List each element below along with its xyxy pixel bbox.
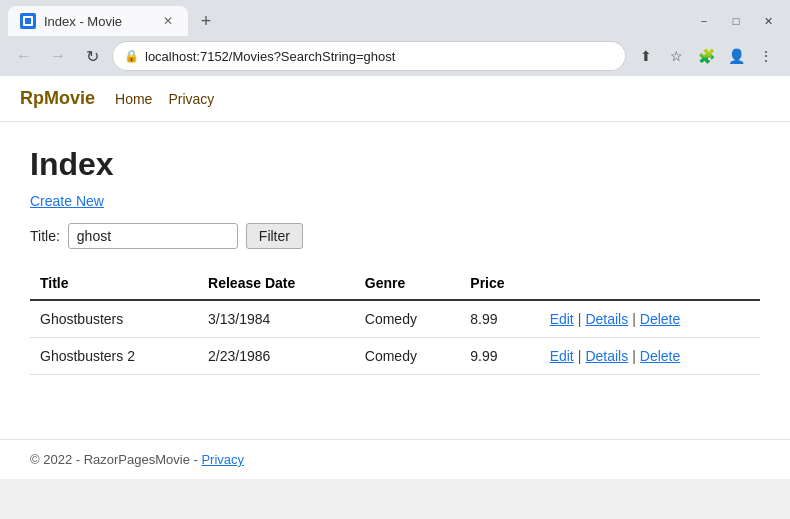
browser-chrome: Index - Movie ✕ + − □ ✕ ← → ↻ 🔒 localhos… bbox=[0, 0, 790, 76]
table-body: Ghostbusters 3/13/1984 Comedy 8.99 Edit … bbox=[30, 300, 760, 375]
footer-text: © 2022 - RazorPagesMovie - bbox=[30, 452, 201, 467]
col-title: Title bbox=[30, 267, 198, 300]
nav-privacy[interactable]: Privacy bbox=[168, 91, 214, 107]
delete-link[interactable]: Delete bbox=[640, 311, 680, 327]
table-header: Title Release Date Genre Price bbox=[30, 267, 760, 300]
cell-genre: Comedy bbox=[355, 300, 461, 338]
close-button[interactable]: ✕ bbox=[754, 11, 782, 31]
page-footer: © 2022 - RazorPagesMovie - Privacy bbox=[0, 439, 790, 479]
col-genre: Genre bbox=[355, 267, 461, 300]
details-link[interactable]: Details bbox=[585, 348, 628, 364]
delete-link[interactable]: Delete bbox=[640, 348, 680, 364]
col-release-date: Release Date bbox=[198, 267, 355, 300]
cell-title: Ghostbusters bbox=[30, 300, 198, 338]
tab-favicon bbox=[20, 13, 36, 29]
footer-privacy-link[interactable]: Privacy bbox=[201, 452, 244, 467]
details-link[interactable]: Details bbox=[585, 311, 628, 327]
action-links: Edit | Details | Delete bbox=[550, 311, 750, 327]
cell-price: 8.99 bbox=[460, 300, 539, 338]
profile-icon[interactable]: 👤 bbox=[722, 42, 750, 70]
bookmark-icon[interactable]: ☆ bbox=[662, 42, 690, 70]
nav-links: Home Privacy bbox=[115, 91, 214, 107]
menu-icon[interactable]: ⋮ bbox=[752, 42, 780, 70]
minimize-button[interactable]: − bbox=[690, 11, 718, 31]
toolbar-icons: ⬆ ☆ 🧩 👤 ⋮ bbox=[632, 42, 780, 70]
action-links: Edit | Details | Delete bbox=[550, 348, 750, 364]
title-bar: Index - Movie ✕ + − □ ✕ bbox=[0, 0, 790, 36]
tab-title: Index - Movie bbox=[44, 14, 152, 29]
tab-favicon-inner bbox=[23, 16, 33, 26]
cell-genre: Comedy bbox=[355, 338, 461, 375]
col-price: Price bbox=[460, 267, 539, 300]
create-new-link[interactable]: Create New bbox=[30, 193, 104, 209]
filter-row: Title: Filter bbox=[30, 223, 760, 249]
sep-1: | bbox=[578, 311, 582, 327]
cell-release-date: 2/23/1986 bbox=[198, 338, 355, 375]
title-label: Title: bbox=[30, 228, 60, 244]
forward-button[interactable]: → bbox=[44, 42, 72, 70]
cell-release-date: 3/13/1984 bbox=[198, 300, 355, 338]
back-button[interactable]: ← bbox=[10, 42, 38, 70]
sep-2: | bbox=[632, 311, 636, 327]
cell-actions: Edit | Details | Delete bbox=[540, 300, 760, 338]
page-content: RpMovie Home Privacy Index Create New Ti… bbox=[0, 76, 790, 479]
window-controls: − □ ✕ bbox=[690, 11, 782, 31]
page-title: Index bbox=[30, 146, 760, 183]
nav-home[interactable]: Home bbox=[115, 91, 152, 107]
table-row: Ghostbusters 2 2/23/1986 Comedy 9.99 Edi… bbox=[30, 338, 760, 375]
extensions-icon[interactable]: 🧩 bbox=[692, 42, 720, 70]
cell-title: Ghostbusters 2 bbox=[30, 338, 198, 375]
cell-actions: Edit | Details | Delete bbox=[540, 338, 760, 375]
reload-button[interactable]: ↻ bbox=[78, 42, 106, 70]
maximize-button[interactable]: □ bbox=[722, 11, 750, 31]
main-content: Index Create New Title: Filter Title Rel… bbox=[0, 122, 790, 439]
new-tab-button[interactable]: + bbox=[192, 7, 220, 35]
address-bar[interactable]: 🔒 localhost:7152/Movies?SearchString=gho… bbox=[112, 41, 626, 71]
edit-link[interactable]: Edit bbox=[550, 348, 574, 364]
url-text: localhost:7152/Movies?SearchString=ghost bbox=[145, 49, 614, 64]
movies-table: Title Release Date Genre Price Ghostbust… bbox=[30, 267, 760, 375]
table-row: Ghostbusters 3/13/1984 Comedy 8.99 Edit … bbox=[30, 300, 760, 338]
brand-logo[interactable]: RpMovie bbox=[20, 88, 95, 109]
lock-icon: 🔒 bbox=[124, 49, 139, 63]
filter-button[interactable]: Filter bbox=[246, 223, 303, 249]
address-bar-row: ← → ↻ 🔒 localhost:7152/Movies?SearchStri… bbox=[0, 36, 790, 76]
cell-price: 9.99 bbox=[460, 338, 539, 375]
sep-2: | bbox=[632, 348, 636, 364]
navbar: RpMovie Home Privacy bbox=[0, 76, 790, 122]
col-actions bbox=[540, 267, 760, 300]
browser-tab[interactable]: Index - Movie ✕ bbox=[8, 6, 188, 36]
search-input[interactable] bbox=[68, 223, 238, 249]
share-icon[interactable]: ⬆ bbox=[632, 42, 660, 70]
tab-close-button[interactable]: ✕ bbox=[160, 13, 176, 29]
sep-1: | bbox=[578, 348, 582, 364]
edit-link[interactable]: Edit bbox=[550, 311, 574, 327]
